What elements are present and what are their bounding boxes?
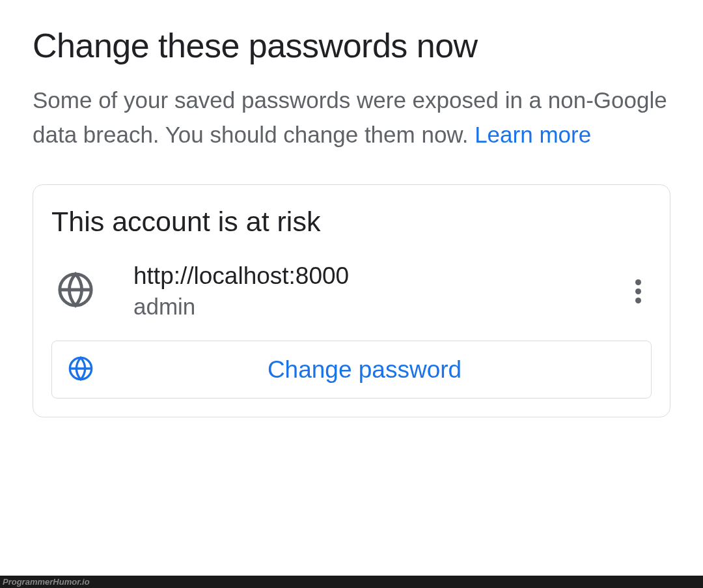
globe-icon	[57, 271, 94, 311]
alert-description: Some of your saved passwords were expose…	[33, 83, 670, 152]
watermark: ProgrammerHumor.io	[3, 577, 90, 587]
account-row: http://localhost:8000 admin	[51, 262, 652, 320]
username: admin	[133, 294, 630, 320]
more-dots-icon	[635, 279, 641, 285]
more-menu-button[interactable]	[630, 274, 646, 309]
security-alert-container: Change these passwords now Some of your …	[0, 0, 703, 437]
globe-icon	[68, 356, 94, 384]
footer-bar	[0, 576, 703, 588]
page-title: Change these passwords now	[33, 26, 670, 65]
account-info: http://localhost:8000 admin	[133, 262, 630, 320]
site-url: http://localhost:8000	[133, 262, 630, 290]
learn-more-link[interactable]: Learn more	[475, 122, 591, 147]
change-password-button[interactable]: Change password	[51, 341, 652, 399]
change-password-label: Change password	[94, 356, 635, 384]
account-risk-card: This account is at risk http://localhost…	[33, 184, 670, 417]
card-title: This account is at risk	[51, 206, 652, 238]
